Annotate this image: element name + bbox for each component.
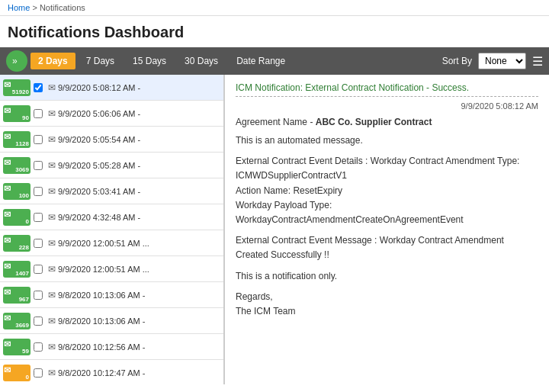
mail-icon: ✉ [48, 368, 56, 378]
badge-count: 90 [22, 114, 29, 121]
checkbox-area [34, 83, 43, 92]
list-item[interactable]: ✉967✉9/8/2020 10:13:06 AM - [0, 282, 223, 308]
notification-checkbox[interactable] [34, 239, 43, 248]
day-button-7[interactable]: 7 Days [79, 53, 122, 69]
envelope-icon: ✉ [4, 236, 11, 246]
detail-body: This is an automated message. External C… [236, 133, 538, 319]
envelope-icon: ✉ [4, 313, 11, 323]
list-item[interactable]: ✉0✉9/8/2020 10:12:47 AM - [0, 360, 223, 384]
checkbox-area [34, 368, 43, 378]
checkbox-area [34, 316, 43, 326]
list-item[interactable]: ✉0✉9/9/2020 4:32:48 AM - [0, 204, 223, 230]
notification-checkbox[interactable] [34, 342, 43, 352]
notification-time: 9/8/2020 10:12:47 AM - [58, 368, 145, 378]
notification-checkbox[interactable] [34, 161, 43, 170]
mail-icon: ✉ [48, 82, 56, 93]
badge-count: 1407 [15, 270, 29, 277]
notification-badge: ✉0 [3, 209, 30, 226]
sort-select[interactable]: None Date Name [478, 53, 526, 69]
detail-agreement: Agreement Name - ABC Co. Supplier Contra… [236, 117, 538, 127]
notification-checkbox[interactable] [34, 368, 43, 378]
envelope-icon: ✉ [4, 106, 11, 116]
envelope-icon: ✉ [4, 339, 11, 349]
mail-icon: ✉ [48, 186, 56, 197]
day-button-30[interactable]: 30 Days [177, 53, 226, 69]
breadcrumb-home[interactable]: Home [8, 3, 30, 12]
list-item[interactable]: ✉100✉9/9/2020 5:03:41 AM - [0, 178, 223, 204]
notification-badge: ✉51920 [3, 79, 30, 96]
notification-checkbox[interactable] [34, 291, 43, 300]
notification-badge: ✉967 [3, 287, 30, 304]
day-button-15[interactable]: 15 Days [125, 53, 174, 69]
badge-count: 51920 [12, 88, 29, 95]
notification-time: 9/9/2020 5:08:12 AM - [58, 83, 140, 92]
event-details: External Contract Event Details : Workda… [236, 154, 538, 227]
day-button-2[interactable]: 2 Days [30, 53, 75, 69]
notification-checkbox[interactable] [34, 135, 43, 144]
badge-count: 100 [19, 192, 29, 199]
envelope-icon: ✉ [4, 158, 11, 168]
mail-icon: ✉ [48, 238, 56, 249]
list-item[interactable]: ✉3069✉9/9/2020 5:05:28 AM - [0, 153, 223, 178]
notification-checkbox[interactable] [34, 265, 43, 274]
mail-icon: ✉ [48, 160, 56, 171]
event-msg: External Contract Event Message : Workda… [236, 233, 538, 262]
checkbox-area [34, 109, 43, 118]
mail-icon: ✉ [48, 342, 56, 352]
notification-badge: ✉100 [3, 183, 30, 200]
checkbox-area [34, 291, 43, 300]
badge-count: 967 [19, 296, 29, 303]
notification-checkbox[interactable] [34, 83, 43, 92]
badge-count: 1128 [15, 140, 29, 147]
badge-count: 0 [26, 374, 29, 381]
list-item[interactable]: ✉1128✉9/9/2020 5:05:54 AM - [0, 127, 223, 153]
checkbox-area [34, 187, 43, 196]
collapse-button[interactable]: » [6, 50, 27, 72]
grid-icon[interactable]: ☰ [532, 54, 543, 69]
checkbox-area [34, 239, 43, 248]
notification-checkbox[interactable] [34, 213, 43, 222]
notification-time: 9/9/2020 5:05:54 AM - [58, 135, 140, 144]
envelope-icon: ✉ [4, 262, 11, 272]
notification-badge: ✉0 [3, 365, 30, 381]
detail-date: 9/9/2020 5:08:12 AM [236, 101, 538, 111]
badge-count: 59 [22, 348, 29, 355]
list-item[interactable]: ✉90✉9/9/2020 5:06:06 AM - [0, 101, 223, 127]
notification-badge: ✉1128 [3, 131, 30, 148]
notification-checkbox[interactable] [34, 109, 43, 118]
checkbox-area [34, 161, 43, 170]
mail-icon: ✉ [48, 264, 56, 275]
notification-only: This is a notification only. [236, 269, 538, 284]
notification-time: 9/8/2020 10:13:06 AM - [58, 316, 145, 326]
sort-by-label: Sort By [442, 56, 472, 66]
notification-time: 9/9/2020 5:06:06 AM - [58, 109, 140, 118]
regards: Regards,The ICM Team [236, 290, 538, 319]
badge-count: 228 [19, 244, 29, 251]
notification-badge: ✉1407 [3, 261, 30, 278]
mail-icon: ✉ [48, 134, 56, 145]
notification-badge: ✉3669 [3, 313, 30, 329]
list-item[interactable]: ✉3669✉9/8/2020 10:13:06 AM - [0, 308, 223, 334]
mail-icon: ✉ [48, 212, 56, 223]
checkbox-area [34, 265, 43, 274]
notification-checkbox[interactable] [34, 316, 43, 326]
main-content: ✉51920✉9/9/2020 5:08:12 AM -✉90✉9/9/2020… [0, 75, 549, 384]
notification-badge: ✉59 [3, 339, 30, 355]
badge-count: 3069 [15, 166, 29, 173]
notification-time: 9/9/2020 4:32:48 AM - [58, 213, 140, 222]
badge-count: 0 [26, 218, 29, 225]
envelope-icon: ✉ [4, 365, 11, 375]
list-item[interactable]: ✉228✉9/9/2020 12:00:51 AM ... [0, 230, 223, 256]
list-item[interactable]: ✉59✉9/8/2020 10:12:56 AM - [0, 334, 223, 360]
list-item[interactable]: ✉1407✉9/9/2020 12:00:51 AM ... [0, 256, 223, 282]
breadcrumb: Home > Notifications [0, 0, 549, 16]
mail-icon: ✉ [48, 290, 56, 300]
list-item[interactable]: ✉51920✉9/9/2020 5:08:12 AM - [0, 75, 223, 101]
envelope-icon: ✉ [4, 80, 11, 90]
day-button-daterange[interactable]: Date Range [229, 53, 293, 69]
notification-time: 9/8/2020 10:12:56 AM - [58, 342, 145, 352]
page-title: Notifications Dashboard [0, 16, 549, 47]
badge-count: 3669 [15, 322, 29, 329]
notification-checkbox[interactable] [34, 187, 43, 196]
automated-msg: This is an automated message. [236, 133, 538, 148]
